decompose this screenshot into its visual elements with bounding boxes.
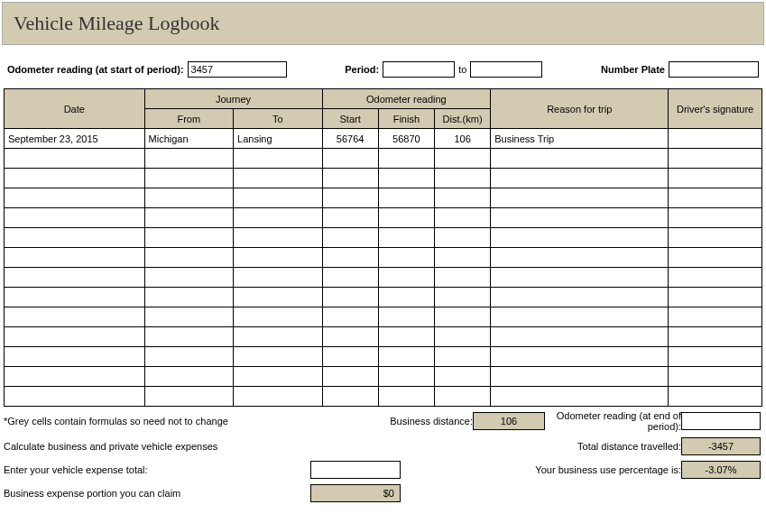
cell-to[interactable] [234,347,323,367]
cell-to[interactable] [234,367,323,387]
cell-reason[interactable] [491,248,669,268]
cell-date[interactable] [5,248,145,268]
cell-reason[interactable] [491,228,669,248]
cell-from[interactable] [144,367,234,387]
cell-to[interactable] [234,387,323,407]
cell-date[interactable] [5,149,145,169]
cell-from[interactable] [144,208,234,228]
cell-sig[interactable] [669,149,762,169]
cell-start[interactable] [322,228,378,248]
cell-date[interactable] [5,208,145,228]
cell-start[interactable] [322,347,378,367]
cell-reason[interactable] [491,387,669,407]
cell-from[interactable]: Michigan [144,129,234,149]
cell-start[interactable] [322,208,378,228]
cell-sig[interactable] [669,347,762,367]
cell-date[interactable] [5,327,145,347]
cell-sig[interactable] [669,387,762,407]
cell-reason[interactable] [491,367,669,387]
cell-to[interactable] [234,268,323,288]
cell-sig[interactable] [669,268,762,288]
cell-reason[interactable] [491,188,669,208]
cell-finish[interactable] [378,327,434,347]
cell-start[interactable] [322,288,378,307]
period-to-input[interactable] [470,61,542,78]
cell-finish[interactable] [378,228,434,248]
cell-date[interactable] [5,228,145,248]
period-from-input[interactable] [383,61,455,78]
cell-sig[interactable] [669,307,762,327]
cell-to[interactable] [234,188,323,208]
cell-to[interactable] [234,248,323,268]
cell-finish[interactable] [378,387,434,407]
cell-reason[interactable] [491,169,669,188]
cell-reason[interactable] [491,347,669,367]
cell-start[interactable] [322,169,378,188]
cell-finish[interactable] [378,188,434,208]
cell-date[interactable] [5,367,145,387]
cell-reason[interactable]: Business Trip [491,129,669,149]
cell-from[interactable] [144,288,234,307]
cell-start[interactable] [322,307,378,327]
cell-sig[interactable] [669,169,762,188]
cell-finish[interactable] [378,307,434,327]
cell-start[interactable] [322,327,378,347]
cell-sig[interactable] [669,129,762,149]
cell-finish[interactable] [378,268,434,288]
cell-from[interactable] [144,387,234,407]
cell-start[interactable] [322,387,378,407]
cell-from[interactable] [144,169,234,188]
cell-from[interactable] [144,327,234,347]
cell-date[interactable] [5,347,145,367]
cell-sig[interactable] [669,248,762,268]
cell-sig[interactable] [669,288,762,307]
cell-date[interactable] [5,268,145,288]
number-plate-input[interactable] [669,61,759,78]
cell-date[interactable] [5,307,145,327]
cell-date[interactable] [5,387,145,407]
odometer-end-value[interactable] [681,412,761,430]
cell-start[interactable] [322,188,378,208]
cell-start[interactable] [322,367,378,387]
cell-from[interactable] [144,347,234,367]
cell-to[interactable] [234,149,323,169]
cell-to[interactable] [234,288,323,307]
odometer-start-input[interactable] [188,61,287,78]
cell-finish[interactable] [378,208,434,228]
cell-reason[interactable] [491,288,669,307]
cell-reason[interactable] [491,149,669,169]
cell-finish[interactable] [378,248,434,268]
cell-from[interactable] [144,248,234,268]
cell-from[interactable] [144,268,234,288]
cell-from[interactable] [144,188,234,208]
cell-from[interactable] [144,228,234,248]
cell-date[interactable]: September 23, 2015 [5,129,145,149]
cell-start[interactable] [322,149,378,169]
cell-finish[interactable] [378,149,434,169]
cell-reason[interactable] [491,208,669,228]
cell-to[interactable] [234,228,323,248]
cell-sig[interactable] [669,228,762,248]
cell-sig[interactable] [669,208,762,228]
cell-date[interactable] [5,169,145,188]
cell-to[interactable] [234,307,323,327]
cell-finish[interactable] [378,288,434,307]
cell-to[interactable] [234,208,323,228]
cell-finish[interactable] [378,367,434,387]
cell-from[interactable] [144,307,234,327]
cell-from[interactable] [144,149,234,169]
cell-reason[interactable] [491,327,669,347]
cell-reason[interactable] [491,307,669,327]
cell-finish[interactable]: 56870 [378,129,434,149]
cell-start[interactable] [322,248,378,268]
cell-reason[interactable] [491,268,669,288]
cell-start[interactable]: 56764 [322,129,378,149]
cell-finish[interactable] [378,169,434,188]
expense-total-input[interactable] [310,461,401,479]
cell-date[interactable] [5,288,145,307]
cell-sig[interactable] [669,327,762,347]
cell-finish[interactable] [378,347,434,367]
cell-sig[interactable] [669,367,762,387]
cell-to[interactable]: Lansing [234,129,323,149]
cell-to[interactable] [234,169,323,188]
